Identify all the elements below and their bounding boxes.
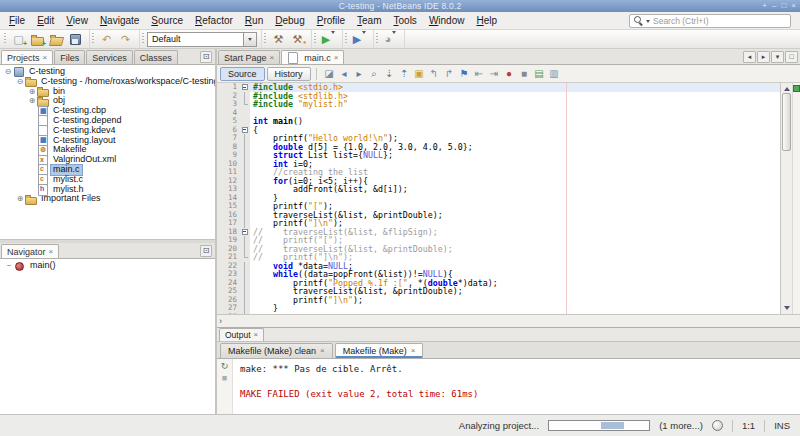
save-all-icon[interactable] [66, 32, 85, 47]
fold-collapse-icon[interactable] [240, 83, 250, 92]
expand-icon[interactable]: ⊕ [27, 96, 37, 106]
editor-tab-start-page[interactable]: Start Page× [218, 50, 280, 64]
tree-item[interactable]: xValgrindOut.xml [0, 155, 215, 165]
vscrollbar-thumb[interactable] [782, 93, 791, 151]
tree-item[interactable]: cmain.c [0, 165, 215, 175]
minimize-panel-icon[interactable]: ⊡ [200, 245, 212, 257]
fold-collapse-icon[interactable] [240, 228, 250, 237]
close-icon[interactable]: × [320, 347, 325, 355]
editor-vscrollbar[interactable] [780, 83, 792, 314]
tree-item[interactable]: ⊕bin [0, 87, 215, 97]
tree-item[interactable]: ⊖C-testing - /home/roxas/workspace/C-tes… [0, 77, 215, 87]
output-tab-makefile-make[interactable]: Makefile (Make)× [335, 343, 424, 358]
toggle-bookmark-icon[interactable]: ⚑ [457, 66, 472, 81]
menu-tools[interactable]: Tools [388, 14, 423, 27]
output-tab-makefile-make-clean[interactable]: Makefile (Make) clean× [220, 343, 333, 358]
maximize-icon[interactable]: □ [781, 2, 786, 10]
debug-project-icon[interactable]: ▶ [350, 32, 369, 47]
collapse-icon[interactable]: ⊖ [15, 77, 25, 87]
navigator-item[interactable]: −main() [0, 261, 215, 271]
menu-edit[interactable]: Edit [31, 14, 60, 27]
tab-classes[interactable]: Classes [134, 50, 178, 64]
search-input[interactable]: Search (Ctrl+I) [629, 14, 791, 28]
editor-hscrollbar[interactable]: › [217, 314, 800, 327]
menu-run[interactable]: Run [239, 14, 269, 27]
scroll-tabs-left-icon[interactable]: ◂ [743, 51, 756, 63]
history-view-button[interactable]: History [267, 67, 311, 81]
close-icon[interactable]: × [49, 248, 54, 256]
find-selection-icon[interactable]: ⌕ [367, 66, 382, 81]
expand-icon[interactable]: ⊕ [27, 87, 37, 97]
code-line[interactable]: 3#include "mylist.h" [217, 100, 780, 109]
comment-icon[interactable]: ▤ [532, 66, 547, 81]
find-next-occurrence-icon[interactable]: ⇣ [382, 66, 397, 81]
last-edited-icon[interactable]: ◪ [322, 66, 337, 81]
close-icon[interactable]: × [43, 54, 48, 62]
chevron-down-icon[interactable] [362, 34, 366, 45]
shift-right-icon[interactable]: ⇥ [487, 66, 502, 81]
code-editor[interactable]: 1#include <stdio.h>2#include <stdlib.h>3… [217, 83, 780, 314]
chevron-down-icon[interactable] [392, 34, 396, 45]
run-project-icon[interactable]: ▶ [319, 32, 338, 47]
notification-icon[interactable] [712, 420, 723, 431]
close-icon[interactable]: × [270, 54, 275, 62]
previous-bookmark-icon[interactable]: ↰ [427, 66, 442, 81]
menu-debug[interactable]: Debug [269, 14, 310, 27]
menu-file[interactable]: File [3, 14, 31, 27]
more-processes-link[interactable]: (1 more...) [659, 420, 703, 431]
rerun-icon[interactable]: ↻ [221, 362, 229, 371]
tab-navigator[interactable]: Navigator × [1, 244, 59, 258]
clean-build-project-icon[interactable]: ⚒* [288, 32, 307, 47]
close-icon[interactable]: × [791, 2, 796, 10]
collapse-icon[interactable]: ⊖ [3, 67, 13, 77]
code-line[interactable]: 26 printf("]\n"); [217, 296, 780, 305]
expand-sidebar-icon[interactable]: › [219, 316, 222, 326]
undo-icon[interactable]: ↶ [97, 32, 116, 47]
find-previous-occurrence-icon[interactable]: ⇡ [397, 66, 412, 81]
chevron-down-icon[interactable] [243, 33, 256, 46]
close-icon[interactable]: × [411, 347, 416, 355]
forward-icon[interactable]: ▸ [352, 66, 367, 81]
code-line[interactable]: 13 addFront(&list, &d[i]); [217, 185, 780, 194]
scroll-tabs-right-icon[interactable]: ▸ [757, 51, 770, 63]
fold-collapse-icon[interactable] [240, 126, 250, 135]
redo-icon[interactable]: ↷ [116, 32, 135, 47]
tree-item[interactable]: cmylist.c [0, 175, 215, 185]
tab-files[interactable]: Files [54, 50, 85, 64]
stop-icon[interactable]: ■ [222, 374, 227, 383]
minimize-panel-icon[interactable]: ⊡ [200, 51, 212, 63]
stop-macro-recording-icon[interactable]: ■ [517, 66, 532, 81]
maximize-window-icon[interactable]: □ [785, 51, 798, 63]
tree-item[interactable]: ⊕obj [0, 96, 215, 106]
tree-item[interactable]: ▦C-testing.layout [0, 136, 215, 146]
menu-team[interactable]: Team [351, 14, 387, 27]
back-icon[interactable]: ◂ [337, 66, 352, 81]
tab-output[interactable]: Output × [219, 328, 264, 341]
next-bookmark-icon[interactable]: ↱ [442, 66, 457, 81]
new-file-icon[interactable]: ▢+ [9, 32, 28, 47]
new-project-icon[interactable]: + [28, 32, 47, 47]
shift-left-icon[interactable]: ⇤ [472, 66, 487, 81]
undock-icon[interactable]: + [762, 2, 767, 10]
chevron-down-icon[interactable] [331, 34, 335, 45]
minimize-icon[interactable]: – [772, 2, 776, 10]
profile-project-icon[interactable]: ◕ [381, 32, 400, 47]
title-bar[interactable]: C-testing - NetBeans IDE 8.0.2 +–□× [0, 0, 800, 12]
open-project-icon[interactable] [47, 32, 66, 47]
menu-source[interactable]: Source [145, 14, 189, 27]
menu-refactor[interactable]: Refactor [189, 14, 239, 27]
close-icon[interactable]: × [254, 331, 259, 339]
toggle-highlight-icon[interactable]: ▣ [412, 66, 427, 81]
scroll-up-icon[interactable] [781, 83, 792, 92]
configuration-combo[interactable]: Default [147, 32, 257, 47]
code-line[interactable]: 27 } [217, 304, 780, 313]
code-line[interactable]: 28 [217, 313, 780, 315]
editor-tab-main-c[interactable]: main.c× [281, 50, 344, 64]
menu-help[interactable]: Help [470, 14, 503, 27]
source-view-button[interactable]: Source [220, 67, 265, 81]
code-line[interactable]: 5int main() [217, 117, 780, 126]
menu-window[interactable]: Window [423, 14, 471, 27]
scroll-down-icon[interactable] [781, 305, 792, 314]
build-project-icon[interactable]: ⚒ [269, 32, 288, 47]
uncomment-icon[interactable]: ▥ [547, 66, 562, 81]
